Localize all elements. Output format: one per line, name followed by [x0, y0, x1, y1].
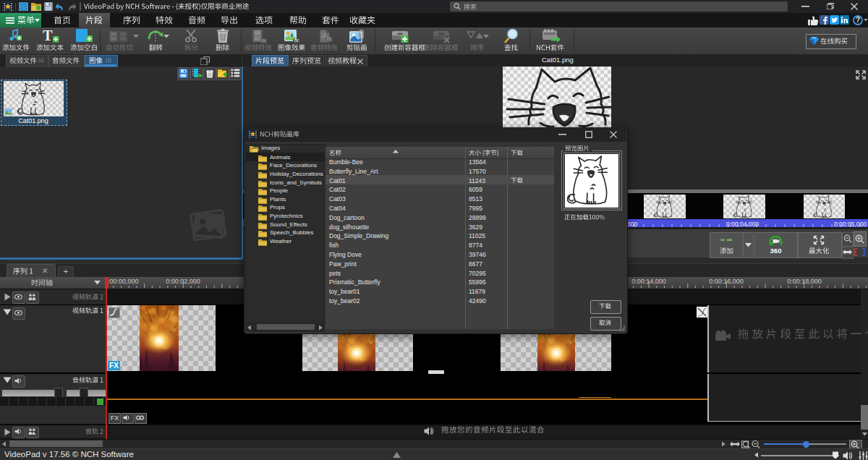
svg-text:T: T — [43, 28, 53, 43]
svg-text:fx: fx — [294, 38, 299, 43]
svg-text:fx: fx — [262, 38, 266, 43]
svg-text:?: ? — [856, 16, 860, 24]
svg-text:fx: fx — [327, 36, 331, 41]
